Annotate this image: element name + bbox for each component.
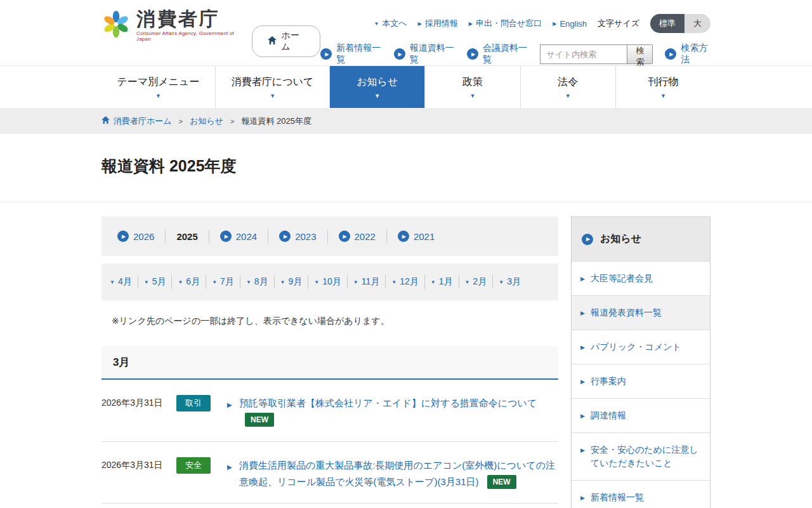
month-link-9[interactable]: ▼ 9月 [275, 275, 309, 289]
nav-item-policy[interactable]: 政策 ▼ [424, 66, 520, 108]
search-button[interactable]: 検索 [627, 44, 653, 64]
month-link-2[interactable]: ▼ 2月 [459, 275, 494, 289]
new-badge: NEW [487, 475, 516, 489]
month-link-8[interactable]: ▼ 8月 [240, 275, 275, 289]
sidebar-header-notice[interactable]: ▶ お知らせ [572, 217, 710, 261]
sidebar-notice-menu: ▶ お知らせ ▶ 大臣等記者会見 ▶ 報道発表資料一覧 ▶ パブリック・コメント… [571, 217, 710, 508]
triangle-down-icon: ▼ [155, 93, 161, 99]
site-header: 消費者庁 Consumer Affairs Agency, Government… [0, 0, 812, 65]
agency-logo-icon [102, 10, 131, 41]
article-link[interactable]: 預託等取引業者【株式会社リア・エイド】に対する措置命令について [239, 398, 537, 408]
triangle-down-icon: ▼ [212, 279, 217, 285]
agency-logo-subtitle: Consumer Affairs Agency, Government of J… [136, 30, 237, 42]
link-expiry-note: ※リンク先のページの一部は終了し、表示できない場合があります。 [112, 316, 558, 327]
month-link-3[interactable]: ▼ 3月 [493, 275, 527, 289]
circle-arrow-icon: ▶ [398, 231, 409, 242]
contact-link[interactable]: ▶ 申出・問合せ窓口 [469, 18, 542, 29]
nav-item-theme-menu[interactable]: テーマ別メニュー ▼ [102, 66, 215, 108]
triangle-down-icon: ▼ [353, 279, 358, 285]
triangle-down-icon: ▼ [465, 279, 470, 285]
triangle-down-icon: ▼ [110, 279, 115, 285]
circle-arrow-icon: ▶ [220, 231, 232, 242]
triangle-right-icon: ▶ [418, 21, 422, 27]
home-button[interactable]: ホーム [252, 25, 320, 57]
month-link-12[interactable]: ▼ 12月 [386, 275, 425, 289]
home-button-label: ホーム [281, 30, 304, 53]
triangle-right-icon: ▶ [553, 21, 556, 27]
sidebar-item-procurement[interactable]: ▶ 調達情報 [572, 398, 710, 432]
triangle-down-icon: ▼ [314, 279, 319, 285]
year-tab-2023[interactable]: ▶ 2023 [268, 229, 327, 243]
search-help-link[interactable]: ▶ 検索方法 [665, 43, 710, 65]
triangle-right-icon: ▶ [580, 344, 585, 352]
recruit-link[interactable]: ▶ 採用情報 [418, 18, 458, 29]
triangle-right-icon: ▶ [469, 21, 473, 27]
article-row: 2026年3月31日 制度 ▶ 第7回現代社会における消費者取引の在り方を踏まえ… [102, 504, 558, 508]
breadcrumb: 消費者庁ホーム > お知らせ > 報道資料 2025年度 [102, 116, 710, 127]
font-size-label: 文字サイズ [598, 18, 639, 29]
article-row: 2026年3月31日 安全 ▶ 消費生活用製品の重大製品事故:長期使用のエアコン… [102, 442, 558, 504]
sidebar-item-press-releases[interactable]: ▶ 報道発表資料一覧 [572, 295, 710, 330]
triangle-right-icon: ▶ [580, 275, 585, 284]
quick-links-row: ▶ 新着情報一覧 ▶ 報道資料一覧 ▶ 会議資料一覧 検索 ▶ 検索方法 [320, 43, 710, 65]
nav-item-laws[interactable]: 法令 ▼ [520, 66, 615, 108]
sidebar-item-new-info[interactable]: ▶ 新着情報一覧 [572, 480, 710, 508]
circle-arrow-icon: ▶ [467, 48, 478, 60]
triangle-down-icon: ▼ [280, 279, 285, 285]
press-list-link[interactable]: ▶ 報道資料一覧 [394, 43, 455, 65]
new-info-list-link[interactable]: ▶ 新着情報一覧 [320, 43, 381, 65]
month-link-4[interactable]: ▼ 4月 [104, 275, 138, 289]
triangle-down-icon: ▼ [246, 279, 251, 285]
nav-item-publications[interactable]: 刊行物 ▼ [615, 66, 710, 108]
triangle-down-icon: ▼ [660, 93, 666, 99]
nav-item-notice[interactable]: お知らせ ▼ [329, 66, 424, 108]
site-search: 検索 [540, 44, 653, 64]
month-link-11[interactable]: ▼ 11月 [348, 275, 386, 289]
nav-item-about[interactable]: 消費者庁について ▼ [215, 66, 329, 108]
breadcrumb-home-link[interactable]: 消費者庁ホーム [102, 116, 172, 127]
triangle-down-icon: ▼ [374, 93, 380, 99]
triangle-down-icon: ▼ [178, 279, 183, 285]
sidebar-item-press-conference[interactable]: ▶ 大臣等記者会見 [572, 261, 710, 295]
year-tab-2026[interactable]: ▶ 2026 [107, 229, 166, 243]
sidebar-item-events[interactable]: ▶ 行事案内 [572, 364, 710, 398]
breadcrumb-notice-link[interactable]: お知らせ [190, 116, 223, 127]
agency-logo-title: 消費者庁 [136, 8, 237, 29]
breadcrumb-separator: > [179, 117, 183, 125]
site-search-input[interactable] [540, 44, 627, 64]
skip-to-content-link[interactable]: ▼ 本文へ [374, 18, 407, 29]
utility-links: ▼ 本文へ ▶ 採用情報 ▶ 申出・問合せ窓口 ▶ English 文字サイズ [374, 14, 710, 33]
home-icon [268, 36, 277, 46]
circle-arrow-icon: ▶ [665, 48, 676, 60]
font-size-toggle: 標準 大 [650, 14, 710, 33]
home-icon [102, 116, 110, 126]
month-link-6[interactable]: ▼ 6月 [172, 275, 206, 289]
year-tab-2021[interactable]: ▶ 2021 [387, 229, 445, 243]
triangle-down-icon: ▼ [565, 93, 571, 99]
agency-logo[interactable]: 消費者庁 Consumer Affairs Agency, Government… [102, 8, 237, 42]
main-column: ▶ 2026 2025 ▶ 2024 ▶ 2023 ▶ 2022 ▶ 2021 [102, 217, 558, 508]
font-size-large-button[interactable]: 大 [684, 14, 710, 33]
triangle-right-icon: ▶ [580, 412, 585, 421]
font-size-standard-button[interactable]: 標準 [650, 14, 684, 33]
month-link-10[interactable]: ▼ 10月 [308, 275, 348, 289]
meeting-list-link[interactable]: ▶ 会議資料一覧 [467, 43, 528, 65]
english-link[interactable]: ▶ English [553, 19, 587, 29]
triangle-right-icon: ▶ [580, 446, 585, 455]
article-row: 2026年3月31日 取引 ▶ 預託等取引業者【株式会社リア・エイド】に対する措… [102, 380, 558, 442]
year-tab-2024[interactable]: ▶ 2024 [209, 229, 268, 243]
triangle-right-icon: ▶ [580, 378, 585, 387]
month-link-7[interactable]: ▼ 7月 [206, 275, 240, 289]
sidebar-item-public-comment[interactable]: ▶ パブリック・コメント [572, 330, 710, 364]
triangle-right-icon: ▶ [580, 309, 585, 318]
month-filter: ▼ 4月 ▼ 5月 ▼ 6月 ▼ 7月 ▼ 8月 ▼ 9月 [102, 264, 558, 300]
month-link-1[interactable]: ▼ 1月 [425, 275, 459, 289]
circle-arrow-icon: ▶ [117, 231, 129, 242]
triangle-right-icon: ▶ [227, 462, 232, 473]
circle-arrow-icon: ▶ [279, 231, 291, 242]
triangle-right-icon: ▶ [580, 494, 585, 503]
month-link-5[interactable]: ▼ 5月 [138, 275, 173, 289]
breadcrumb-bar: 消費者庁ホーム > お知らせ > 報道資料 2025年度 [0, 108, 812, 134]
sidebar-item-safety-notice[interactable]: ▶ 安全・安心のために注意していただきたいこと [572, 432, 710, 480]
year-tab-2022[interactable]: ▶ 2022 [328, 229, 387, 243]
